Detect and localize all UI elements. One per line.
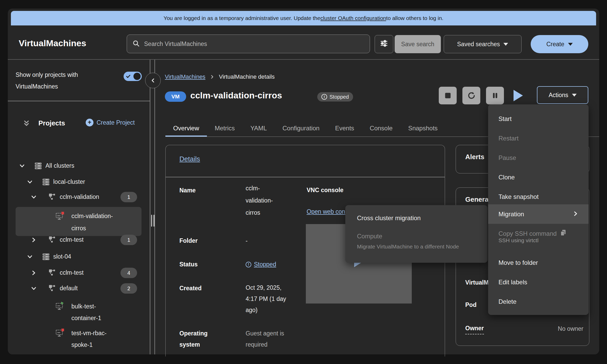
search-box — [127, 35, 370, 53]
sidebar-divider — [8, 101, 150, 101]
chevron-down-icon — [572, 94, 577, 97]
menu-item-move-to-folder[interactable]: Move to folder — [488, 253, 589, 272]
create-button[interactable]: Create — [531, 35, 588, 53]
save-search-button[interactable]: Save search — [395, 35, 441, 53]
general-heading: General — [465, 196, 490, 204]
tab-yaml[interactable]: YAML — [242, 121, 275, 137]
tab-configuration[interactable]: Configuration — [275, 121, 327, 137]
search-input[interactable] — [144, 40, 365, 48]
cluster-icon — [34, 161, 43, 172]
menu-item-compute[interactable]: Compute — [357, 233, 382, 240]
vm-count-badge: 1 — [120, 192, 137, 202]
sidebar-border — [150, 60, 150, 354]
chevron-down-icon — [503, 43, 508, 46]
advanced-filters-button[interactable] — [375, 35, 393, 53]
project-icon — [48, 284, 56, 293]
tree-item-All clusters[interactable]: All clusters — [8, 160, 150, 172]
created-label: Created — [179, 283, 202, 294]
status-stopped-link[interactable]: Stopped — [254, 258, 276, 271]
owner-value: No owner — [558, 325, 583, 332]
copy-icon — [560, 229, 566, 238]
banner-text-suffix: to allow others to log in. — [386, 15, 443, 21]
menu-item-delete[interactable]: Delete — [488, 292, 589, 311]
tab-console[interactable]: Console — [362, 121, 400, 137]
tree-item-cclm-validation[interactable]: cclm-validation1 — [8, 192, 150, 203]
screen: You are logged in as a temporary adminis… — [0, 0, 607, 364]
tab-metrics[interactable]: Metrics — [207, 121, 242, 137]
pause-vm-button[interactable] — [486, 87, 504, 104]
migration-submenu: Cross cluster migration Compute Migrate … — [345, 205, 488, 263]
tree-item-slot-04[interactable]: slot-04 — [8, 251, 150, 263]
menu-item-cross-cluster-migration[interactable]: Cross cluster migration — [357, 214, 421, 222]
tree-item-cclm-validation-cirros[interactable]: cclm-validation-cirros — [16, 207, 141, 236]
chevron-left-icon — [150, 78, 156, 83]
project-icon — [48, 193, 56, 202]
cluster-icon — [42, 178, 50, 188]
tree-item-cclm-test[interactable]: cclm-test1 — [8, 234, 150, 246]
tree-item-test-vm-rbac-spoke-1[interactable]: test-vm-rbac-spoke-1 — [8, 327, 150, 339]
check-icon — [126, 74, 131, 79]
folder-label: Folder — [179, 235, 198, 246]
menu-item-take-snapshot[interactable]: Take snapshot — [488, 187, 589, 206]
chevron-right-icon — [210, 75, 214, 79]
tree-item-label: slot-04 — [53, 253, 71, 260]
actions-label: Actions — [549, 92, 568, 99]
chevron-down-icon[interactable] — [31, 286, 36, 291]
create-project-button[interactable]: Create Project — [86, 119, 135, 126]
chevron-right-icon[interactable] — [31, 237, 36, 242]
start-vm-button[interactable] — [514, 90, 523, 101]
cluster-icon — [42, 252, 50, 263]
menu-item-migration[interactable]: Migration — [488, 204, 589, 224]
stop-vm-button[interactable] — [439, 87, 457, 104]
operating-system-value: Guest agent isrequired — [246, 328, 294, 350]
menu-item-label: Restart — [498, 135, 518, 142]
menu-item-start[interactable]: Start — [488, 109, 589, 129]
tree-item-label: bulk-test-container-1 — [71, 301, 101, 324]
menu-item-edit-labels[interactable]: Edit labels — [488, 272, 589, 292]
breadcrumb-virtualmachines-link[interactable]: VirtualMachines — [165, 73, 205, 80]
folder-value: - — [246, 235, 248, 247]
tree-item-cclm-test[interactable]: cclm-test4 — [8, 267, 150, 279]
show-only-projects-toggle[interactable] — [124, 72, 142, 81]
splitter-line — [154, 60, 155, 354]
show-only-projects-label: Show only projects with VirtualMachines — [16, 69, 101, 92]
tab-events[interactable]: Events — [327, 121, 362, 137]
tree-item-default[interactable]: default2 — [8, 283, 150, 294]
actions-dropdown-button[interactable]: Actions — [537, 86, 588, 104]
toggle-knob — [133, 73, 141, 80]
chevron-right-icon[interactable] — [31, 270, 36, 275]
status-value: Stopped — [246, 258, 276, 271]
sidebar-collapse-button[interactable] — [145, 73, 161, 88]
menu-item-clone[interactable]: Clone — [488, 167, 589, 187]
vm-name-title: cclm-validation-cirros — [190, 90, 282, 100]
alerts-heading: Alerts — [465, 153, 484, 161]
banner-text-prefix: You are logged in as a temporary adminis… — [164, 15, 320, 21]
chevron-down-icon[interactable] — [19, 163, 25, 168]
tab-overview[interactable]: Overview — [165, 121, 207, 137]
menu-item-label: Pause — [498, 154, 516, 161]
chevron-right-icon — [573, 211, 578, 218]
chevron-down-icon[interactable] — [27, 179, 32, 185]
tab-snapshots[interactable]: Snapshots — [400, 121, 445, 137]
oauth-config-link[interactable]: cluster OAuth configuration — [320, 15, 386, 21]
menu-item-label: Start — [498, 115, 512, 123]
details-heading-link[interactable]: Details — [179, 155, 200, 163]
restart-vm-button[interactable] — [462, 87, 480, 104]
vm-icon-stopped — [55, 211, 64, 223]
status-label: Status — [179, 259, 198, 270]
splitter-drag-handle[interactable] — [150, 215, 155, 227]
tree-item-bulk-test-container-1[interactable]: bulk-test-container-1 — [8, 301, 150, 312]
operating-system-label: Operatingsystem — [179, 328, 208, 350]
compute-description: Migrate VirtualMachine to a different No… — [357, 244, 459, 250]
tree-item-local-cluster[interactable]: local-cluster — [8, 177, 150, 188]
breadcrumb: VirtualMachines VirtualMachine details — [165, 73, 275, 80]
chevron-down-icon[interactable] — [31, 194, 36, 200]
menu-item-restart[interactable]: Restart — [488, 129, 589, 148]
chevron-down-icon[interactable] — [27, 254, 32, 259]
vm-count-badge: 1 — [120, 235, 137, 245]
vm-icon-stopped — [55, 328, 64, 339]
collapse-all-icon[interactable] — [23, 120, 30, 128]
vm-kind-badge: VM — [165, 91, 186, 102]
menu-item-pause[interactable]: Pause — [488, 148, 589, 167]
saved-searches-dropdown[interactable]: Saved searches — [444, 35, 522, 53]
